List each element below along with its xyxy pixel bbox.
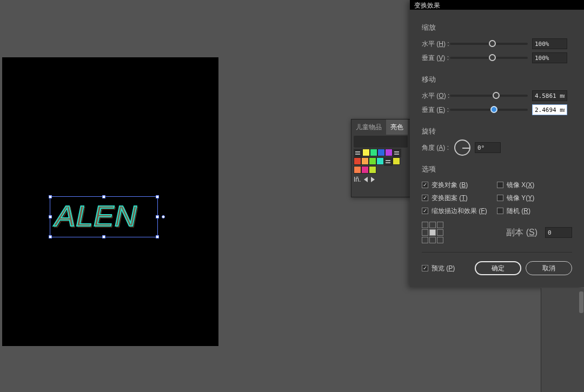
copies-input[interactable] <box>545 227 572 238</box>
opt-mirror-x-checkbox[interactable] <box>497 182 503 188</box>
transform-effect-dialog: 变换效果 缩放 水平 (H) : 垂直 (V) : 移动 水平 (O) : 垂直… <box>410 0 584 287</box>
opt-random-checkbox[interactable] <box>497 208 503 214</box>
opt-mirror-y-checkbox[interactable] <box>497 195 503 201</box>
swatch-color[interactable] <box>362 149 370 156</box>
scale-v-label: 垂直 (V) : <box>422 54 450 63</box>
opt-transform-pattern-label: 变换图案 (T) <box>432 194 468 203</box>
opt-random-label: 随机 (R) <box>507 207 530 216</box>
swatch-folder-icon[interactable] <box>393 149 401 157</box>
selection-bounds[interactable]: ALEN ALEN <box>50 196 158 237</box>
swatch-grid <box>354 149 401 174</box>
rotate-angle-label: 角度 (A) : <box>422 143 450 152</box>
scrollbar-thumb[interactable] <box>579 291 583 313</box>
swatch-nav-label: Iñ. <box>354 176 361 183</box>
scale-h-input[interactable] <box>532 38 567 49</box>
swatch-search[interactable] <box>354 136 408 148</box>
swatch-tab-group1[interactable]: 儿童物品 <box>351 119 386 135</box>
dialog-title[interactable]: 变换效果 <box>410 0 584 10</box>
swatch-color[interactable] <box>393 157 400 165</box>
move-h-input[interactable] <box>532 90 567 101</box>
next-icon[interactable] <box>371 177 375 182</box>
scale-v-slider[interactable] <box>450 57 528 59</box>
opt-transform-pattern-checkbox[interactable] <box>422 195 428 201</box>
swatch-color[interactable] <box>376 157 384 165</box>
cancel-button[interactable]: 取消 <box>526 261 572 275</box>
swatch-color[interactable] <box>369 166 376 174</box>
swatches-panel[interactable]: 儿童物品 亮色 Iñ. <box>351 119 410 197</box>
section-options: 选项 <box>422 164 572 174</box>
right-rail <box>541 288 584 392</box>
swatch-color[interactable] <box>377 149 385 156</box>
opt-mirror-x-label: 镜像 X(X) <box>507 181 534 190</box>
divider <box>422 252 572 253</box>
move-v-input[interactable] <box>532 104 567 115</box>
swatch-folder-icon[interactable] <box>384 157 393 166</box>
opt-transform-object-label: 变换对象 (B) <box>432 181 468 190</box>
origin-point[interactable] <box>162 215 165 218</box>
opt-scale-strokes-label: 缩放描边和效果 (F) <box>432 207 487 216</box>
scale-v-input[interactable] <box>532 52 567 63</box>
swatch-tab-group2[interactable]: 亮色 <box>386 119 408 135</box>
swatch-nav: Iñ. <box>351 175 410 184</box>
ok-button[interactable]: 确定 <box>475 261 521 275</box>
prev-icon[interactable] <box>364 177 368 182</box>
rotate-angle-input[interactable] <box>475 142 501 153</box>
swatch-folder-icon[interactable] <box>354 149 362 157</box>
artwork-text[interactable]: ALEN <box>55 199 137 232</box>
swatch-color[interactable] <box>354 166 361 174</box>
preview-label: 预览 (P) <box>432 264 455 273</box>
move-v-slider[interactable] <box>450 109 528 111</box>
swatch-color[interactable] <box>361 166 369 174</box>
opt-mirror-y-label: 镜像 Y(Y) <box>507 194 534 203</box>
swatch-color[interactable] <box>361 157 369 165</box>
move-v-label: 垂直 (E) : <box>422 105 450 115</box>
swatch-color[interactable] <box>354 157 361 165</box>
move-h-slider[interactable] <box>450 95 528 97</box>
swatch-color[interactable] <box>385 149 393 156</box>
artboard: ALEN ALEN <box>2 57 218 346</box>
section-move: 移动 <box>422 75 572 84</box>
opt-scale-strokes-checkbox[interactable] <box>422 208 428 214</box>
scale-h-label: 水平 (H) : <box>422 39 450 49</box>
section-rotate: 旋转 <box>422 127 572 136</box>
swatch-color[interactable] <box>370 149 377 156</box>
opt-transform-object-checkbox[interactable] <box>422 182 428 188</box>
move-h-label: 水平 (O) : <box>422 91 450 101</box>
scale-h-slider[interactable] <box>450 43 528 45</box>
section-scale: 缩放 <box>422 23 572 32</box>
preview-checkbox[interactable] <box>422 265 428 271</box>
rotate-dial[interactable] <box>454 139 470 156</box>
copies-label: 副本 (S) <box>506 227 537 238</box>
anchor-reference-picker[interactable] <box>422 222 443 243</box>
swatch-color[interactable] <box>369 157 376 165</box>
